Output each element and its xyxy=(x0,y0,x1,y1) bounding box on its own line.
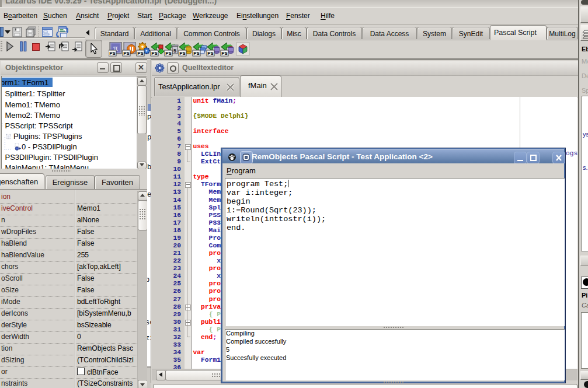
svg-text:5: 5 xyxy=(173,48,176,54)
